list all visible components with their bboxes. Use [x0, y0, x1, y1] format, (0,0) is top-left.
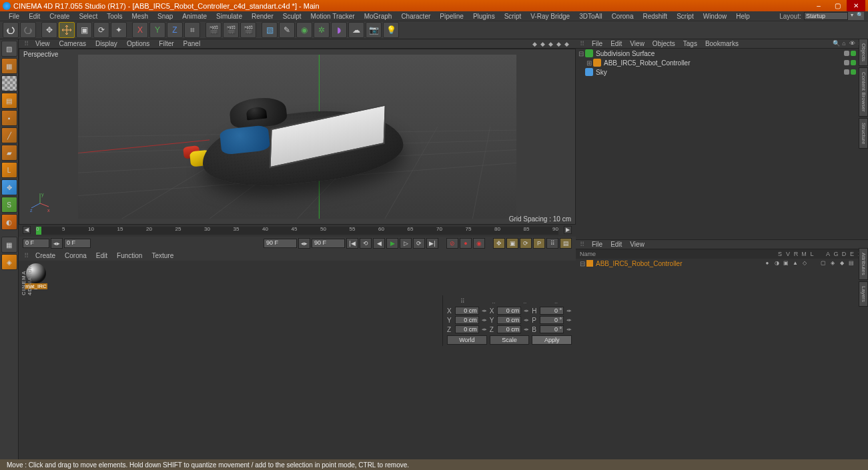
timeline[interactable]: ◀ 051015202530354045505560657075808590 ▶: [19, 225, 576, 237]
menu-mesh[interactable]: Mesh: [127, 13, 153, 20]
matmenu-function[interactable]: Function: [112, 252, 147, 259]
objmenu-edit[interactable]: Edit: [606, 40, 626, 47]
tree-row[interactable]: ⊟Subdivision Surface: [576, 49, 859, 58]
key-scale-button[interactable]: ▣: [506, 238, 518, 249]
menu-motion-tracker[interactable]: Motion Tracker: [306, 13, 360, 20]
coord-apply-button[interactable]: Apply: [532, 335, 572, 345]
menu-snap[interactable]: Snap: [153, 13, 177, 20]
matmenu-edit[interactable]: Edit: [91, 252, 112, 259]
goto-start-button[interactable]: |◀: [346, 238, 358, 249]
menu-script[interactable]: Script: [500, 13, 526, 20]
menu-mograph[interactable]: MoGraph: [360, 13, 397, 20]
menu-window[interactable]: Window: [699, 13, 732, 20]
menu-plugins[interactable]: Plugins: [468, 13, 500, 20]
matmenu-create[interactable]: Create: [31, 252, 60, 259]
deformer-button[interactable]: ◗: [331, 22, 347, 38]
menu-script[interactable]: Script: [672, 13, 699, 20]
layout-dropdown-button[interactable]: ▾: [848, 12, 856, 20]
side-tab-structure[interactable]: Structure: [859, 118, 868, 149]
current-frame-field[interactable]: 0 F: [64, 239, 91, 248]
range-end-field[interactable]: 90 F: [264, 239, 297, 248]
render-settings-button[interactable]: 🎬: [240, 22, 256, 38]
keyframe-sel-button[interactable]: ◉: [473, 238, 485, 249]
objmenu-bookmarks[interactable]: Bookmarks: [701, 40, 743, 47]
camera-button[interactable]: 📷: [366, 22, 382, 38]
prev-frame-button[interactable]: ◀: [373, 238, 385, 249]
laymenu-file[interactable]: File: [588, 241, 606, 248]
menu-create[interactable]: Create: [45, 13, 74, 20]
redo-button[interactable]: [20, 22, 36, 38]
generator-button[interactable]: ✲: [314, 22, 330, 38]
viewport[interactable]: Perspective: [19, 49, 576, 225]
pos-X-field[interactable]: 0 cm: [455, 307, 479, 315]
laymenu-edit[interactable]: Edit: [606, 241, 626, 248]
subdivision-button[interactable]: ◉: [296, 22, 312, 38]
goto-end-button[interactable]: ▶|: [426, 238, 438, 249]
menu-pipeline[interactable]: Pipeline: [435, 13, 468, 20]
lock-z-button[interactable]: Z: [167, 22, 183, 38]
menu-select[interactable]: Select: [74, 13, 102, 20]
side-tab-objects[interactable]: Objects: [859, 39, 868, 66]
viewport-zoom-icon[interactable]: ◆: [538, 40, 546, 48]
render-view-button[interactable]: 🎬: [205, 22, 222, 38]
coord-world-select[interactable]: World: [447, 335, 487, 345]
side-tab-content-browser[interactable]: Content Browser: [859, 67, 868, 117]
menu-sculpt[interactable]: Sculpt: [278, 13, 306, 20]
pen-tool-button[interactable]: ✎: [279, 22, 295, 38]
vmenu-view[interactable]: View: [31, 40, 55, 47]
range-start-field[interactable]: 0 F: [23, 239, 49, 248]
tree-row[interactable]: ⊞ABB_IRC5_Robot_Controller: [576, 58, 859, 67]
obj-eye-icon[interactable]: 👁: [848, 40, 856, 48]
obj-home-icon[interactable]: ⌂: [840, 40, 848, 48]
vmenu-display[interactable]: Display: [91, 40, 122, 47]
vmenu-filter[interactable]: Filter: [154, 40, 178, 47]
texture-mode-button[interactable]: [1, 75, 17, 91]
rot-H-field[interactable]: 0 °: [540, 307, 564, 315]
viewport-locked-button[interactable]: ◈: [1, 254, 17, 270]
range-end-spinner[interactable]: ◂▸: [298, 238, 310, 249]
rotate-tool[interactable]: ⟳: [93, 22, 109, 38]
menu-tools[interactable]: Tools: [102, 13, 127, 20]
viewport-orbit-icon[interactable]: ◆: [546, 40, 554, 48]
next-key-button[interactable]: ⟳: [413, 238, 425, 249]
coord-scale-select[interactable]: Scale: [490, 335, 530, 345]
point-mode-button[interactable]: ▪: [1, 110, 17, 126]
menu-simulate[interactable]: Simulate: [211, 13, 247, 20]
menu-3dtoall[interactable]: 3DToAll: [574, 13, 606, 20]
menu-file[interactable]: File: [4, 13, 24, 20]
menu-render[interactable]: Render: [247, 13, 278, 20]
objmenu-objects[interactable]: Objects: [648, 40, 679, 47]
model-mode-button[interactable]: ▦: [1, 58, 17, 74]
render-region-button[interactable]: 🎬: [223, 22, 239, 38]
viewport-solo-button[interactable]: ▦: [1, 237, 17, 253]
play-button[interactable]: ▶: [386, 238, 398, 249]
polygon-mode-button[interactable]: ▰: [1, 145, 17, 161]
workplane-mode-button[interactable]: ▤: [1, 93, 17, 109]
laymenu-view[interactable]: View: [626, 241, 648, 248]
workplane-snap-button[interactable]: ◐: [1, 214, 17, 230]
cube-primitive-button[interactable]: ▧: [262, 22, 278, 38]
obj-search-icon[interactable]: 🔍: [832, 40, 840, 48]
scale-tool[interactable]: ▣: [76, 22, 92, 38]
timeline-left-button[interactable]: ◀: [23, 226, 31, 234]
materials-strip[interactable]: CINEMA 4D MAXON mat_IRC: [19, 261, 576, 295]
light-button[interactable]: 💡: [383, 22, 399, 38]
menu-character[interactable]: Character: [396, 13, 435, 20]
layers-list[interactable]: ⊟ABB_IRC5_Robot_Controller●◑▣▲◇ ▢◈◆▤✕: [576, 259, 868, 470]
tree-row[interactable]: Sky: [576, 67, 859, 77]
environment-button[interactable]: ☁: [348, 22, 364, 38]
vmenu-options[interactable]: Options: [122, 40, 154, 47]
objmenu-view[interactable]: View: [626, 40, 648, 47]
keyopt-button[interactable]: ▤: [560, 238, 572, 249]
minimize-button[interactable]: –: [809, 0, 828, 11]
key-pos-button[interactable]: ✥: [493, 238, 505, 249]
timeline-right-button[interactable]: ▶: [564, 226, 572, 234]
rot-B-field[interactable]: 0 °: [540, 325, 564, 333]
size-Y-field[interactable]: 0 cm: [497, 316, 521, 324]
end-frame-field[interactable]: 90 F: [312, 239, 345, 248]
side-tab-attributes[interactable]: Attributes: [859, 248, 868, 280]
keymode-button[interactable]: ⠿: [546, 238, 558, 249]
matmenu-corona[interactable]: Corona: [60, 252, 91, 259]
axis-mode-button[interactable]: L: [1, 162, 17, 178]
vmenu-panel[interactable]: Panel: [179, 40, 205, 47]
